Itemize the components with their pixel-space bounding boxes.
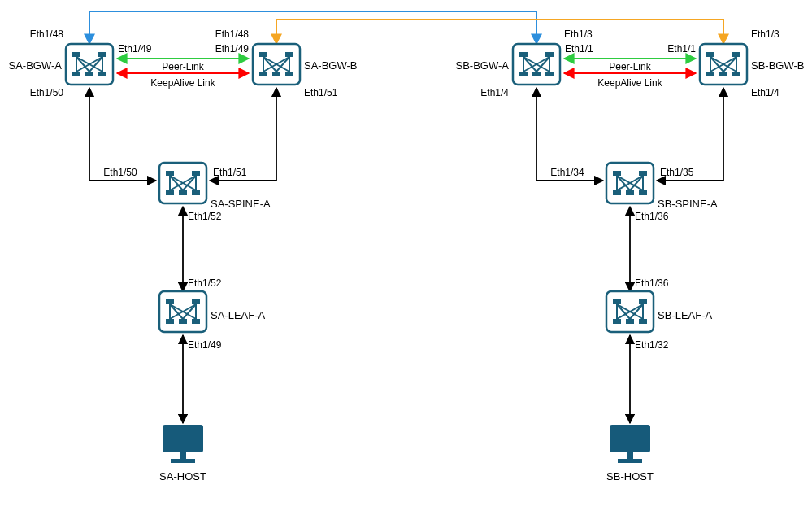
sa-host-label: SA-HOST <box>159 470 206 482</box>
port-sb-spine-right: Eth1/35 <box>660 167 694 178</box>
sa-peer-link-label: Peer-Link <box>162 61 204 72</box>
sb-leaf-a-label: SB-LEAF-A <box>658 309 713 321</box>
port-sa-bgw-b-left: Eth1/49 <box>215 43 250 55</box>
port-sa-spine-right: Eth1/51 <box>213 167 247 178</box>
port-sb-bgw-b-left: Eth1/1 <box>667 43 696 55</box>
port-sa-bgw-b-bottom: Eth1/51 <box>304 87 338 98</box>
link-sa-bgw-a-to-sb-bgw-a <box>89 11 536 44</box>
sa-spine-a-icon <box>159 163 206 203</box>
sa-bgw-b-icon <box>253 44 300 85</box>
port-sa-bgw-a-bottom: Eth1/50 <box>30 87 64 98</box>
port-sa-leaf-top: Eth1/52 <box>188 277 222 289</box>
port-sb-leaf-bottom: Eth1/32 <box>635 339 669 351</box>
sb-bgw-b-icon <box>700 44 747 85</box>
network-diagram: SA-BGW-A SA-BGW-B Peer-Link KeepAlive Li… <box>0 0 812 515</box>
sa-bgw-b-label: SA-BGW-B <box>304 59 358 72</box>
port-sa-spine-left: Eth1/50 <box>103 167 137 178</box>
port-sa-spine-bottom: Eth1/52 <box>188 211 222 222</box>
sb-keepalive-label: KeepAlive Link <box>597 77 662 89</box>
port-sb-spine-bottom: Eth1/36 <box>635 211 669 222</box>
port-sa-leaf-bottom: Eth1/49 <box>188 339 222 351</box>
link-sa-bgw-b-to-sb-bgw-b <box>276 20 723 44</box>
sa-bgw-a-icon <box>66 44 113 85</box>
sb-bgw-a-label: SB-BGW-A <box>456 59 510 72</box>
sb-leaf-a-icon <box>606 291 654 332</box>
port-sb-spine-left: Eth1/34 <box>550 167 584 178</box>
port-sb-bgw-a-top: Eth1/3 <box>564 28 593 40</box>
port-sa-bgw-a-top: Eth1/48 <box>30 28 64 40</box>
port-sb-leaf-top: Eth1/36 <box>635 277 669 289</box>
port-sa-bgw-b-top: Eth1/48 <box>215 28 250 40</box>
port-sb-bgw-a-bottom: Eth1/4 <box>480 87 509 98</box>
port-sb-bgw-b-top: Eth1/3 <box>751 28 779 40</box>
sb-spine-a-icon <box>606 163 654 203</box>
sa-bgw-a-label: SA-BGW-A <box>9 59 63 72</box>
sb-peer-link-label: Peer-Link <box>609 61 651 72</box>
sb-bgw-a-icon <box>513 44 560 85</box>
sa-leaf-a-label: SA-LEAF-A <box>211 309 266 321</box>
sa-leaf-a-icon <box>159 291 206 332</box>
port-sb-bgw-b-bottom: Eth1/4 <box>751 87 779 98</box>
sa-spine-a-label: SA-SPINE-A <box>211 198 271 210</box>
sb-host-icon <box>610 425 650 463</box>
sb-spine-a-label: SB-SPINE-A <box>658 198 718 210</box>
sb-host-label: SB-HOST <box>606 470 654 482</box>
sa-keepalive-label: KeepAlive Link <box>150 77 215 89</box>
port-sb-bgw-a-right: Eth1/1 <box>565 43 593 55</box>
sb-bgw-b-label: SB-BGW-B <box>751 59 805 72</box>
port-sa-bgw-a-right: Eth1/49 <box>118 43 152 55</box>
sa-host-icon <box>163 425 203 463</box>
